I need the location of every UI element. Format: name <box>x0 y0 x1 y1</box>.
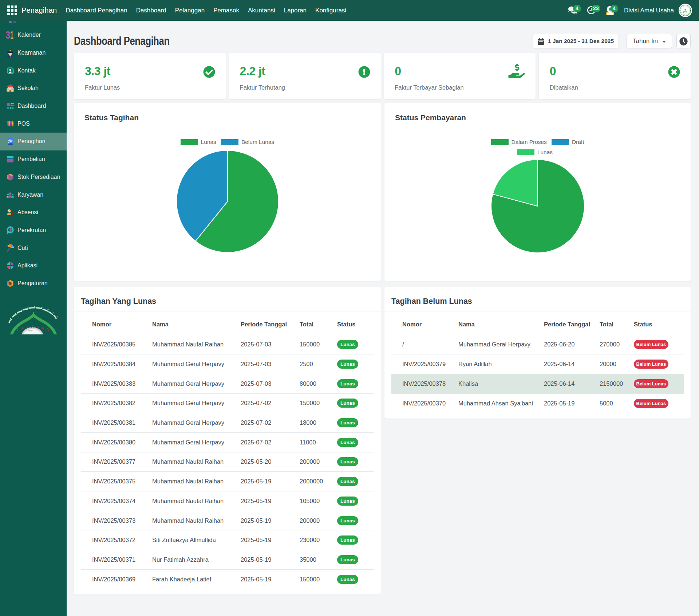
svg-text:S: S <box>36 325 39 329</box>
svg-text:A: A <box>31 325 33 329</box>
svg-text:$: $ <box>9 140 11 144</box>
svg-text:A: A <box>20 326 24 330</box>
svg-text:1: 1 <box>10 29 13 41</box>
svg-text:3: 3 <box>5 29 10 41</box>
svg-text:Y: Y <box>26 325 29 329</box>
svg-text:N: N <box>46 327 50 332</box>
svg-text:A: A <box>41 326 44 330</box>
svg-text:Y: Y <box>15 327 19 332</box>
